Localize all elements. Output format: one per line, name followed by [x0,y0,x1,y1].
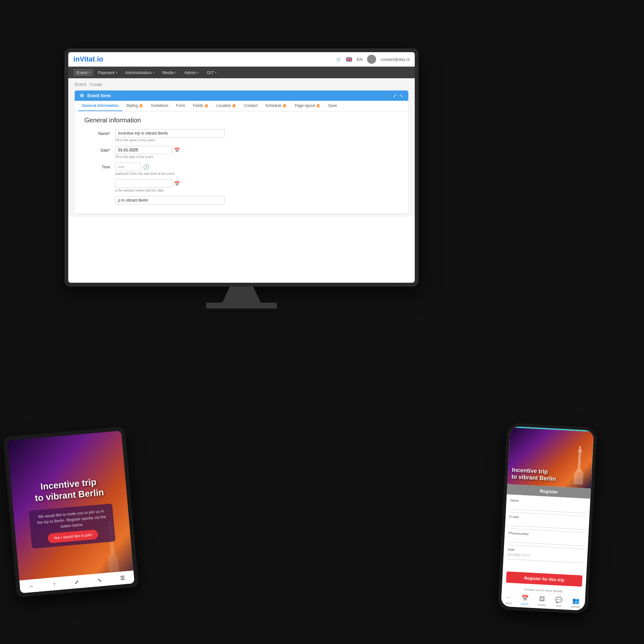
administration-text: Administration [132,142,196,152]
nav-item-git[interactable]: GIT ▾ [204,69,220,76]
tab-invitations-label: Invitations [151,103,168,108]
form-row-subtitle [84,196,399,204]
monitor-base [206,303,277,308]
form-tabs: General information Styling 🔥 Invitation… [75,101,408,111]
tablet-join-button[interactable]: Yes I would like to join! [47,529,99,544]
phone-field-email: E-mail [509,515,585,533]
avatar[interactable] [367,55,376,64]
nav-item-media[interactable]: Media ▾ [159,69,180,76]
phone-nav-event[interactable]: 📅 event [521,594,529,606]
subtitle-label [84,196,110,198]
tablet-nav-up[interactable]: ↑ [53,581,56,587]
svg-rect-8 [576,470,582,472]
maximize-icon[interactable]: ⤡ [399,93,403,98]
tab-general-information[interactable]: General information [78,101,122,111]
tab-contact-label: Contact [244,103,257,108]
phone-nav-chat[interactable]: 💬 chat [555,596,563,608]
phone-register-button[interactable]: Register for this trip [506,572,582,587]
name-label: Name* [84,129,110,136]
tab-schedule[interactable]: Schedule 🔥 [261,101,291,111]
styling-icon: 🔥 [139,104,143,108]
media-icon: 🖼 [539,595,545,602]
nav-item-event[interactable]: Event ▾ [73,69,93,76]
scene: inVitat.io 🛒 🇬🇧 EN contact@sba.nl Event [0,0,644,644]
tablet-nav-expand[interactable]: ⤢ [74,579,79,585]
nav-item-administration[interactable]: Administration ▾ [122,69,158,76]
end-date-input-wrap: 📅 [115,179,180,188]
tab-form[interactable]: Form [172,101,189,111]
chevron-down-icon: ▾ [175,71,176,74]
phone-nav-people[interactable]: 👥 people [571,597,581,608]
form-row-time: Time 🕐 (optional) Enter the start time o… [84,163,399,175]
time-hint: (optional) Enter the start time of the e… [115,172,399,175]
tab-contact[interactable]: Contact [240,101,261,111]
phone-form-section: Name E-mail Phonenumber Date DD-MM-YYYY [503,494,591,573]
svg-rect-3 [109,554,116,557]
tab-page-layout-label: Page layout [295,103,315,108]
back-label: back [506,601,512,605]
tablet-nav-back[interactable]: ← [29,583,35,589]
chat-label: chat [555,604,561,608]
nav-item-payment[interactable]: Payment ▾ [95,69,120,76]
end-calendar-icon[interactable]: 📅 [174,181,180,186]
tablet-hero-title: Incentive trip to vibrant Berlin [33,476,104,504]
svg-rect-9 [573,472,583,485]
back-icon: ← [506,594,512,601]
end-date-input[interactable] [115,179,172,188]
end-date-hint: p the website online until this date [115,189,399,192]
tablet-background: Incentive trip to vibrant Berlin We woul… [7,431,135,593]
name-field-wrap: Fill in the name of the event [115,129,399,142]
page-title: Event Create [75,81,408,87]
tab-fields[interactable]: Fields 🔥 [189,101,213,111]
phone-frame: Incentive trip to vibrant Berlin Registe… [497,423,597,614]
nav-payment-label: Payment [98,70,114,75]
page-subtitle: Create [90,82,102,87]
phone-nav-back[interactable]: ← back [506,594,512,605]
name-input[interactable] [115,129,225,137]
phone-monument-svg [569,445,590,485]
subtitle-input[interactable] [115,196,225,204]
nav-bar: Event ▾ Payment ▾ Administration ▾ Media… [68,67,415,78]
logo-text-after: io [97,55,103,63]
tab-save[interactable]: Save [324,101,341,111]
phone-hero-title: Incentive trip to vibrant Berlin [511,467,556,483]
tablet-nav-collapse[interactable]: ⤡ [97,577,102,583]
cart-icon[interactable]: 🛒 [336,57,341,62]
settings-icon: ⚙ [80,93,84,98]
page-layout-icon: 🔥 [316,104,320,108]
page-content: Event Create ⚙ Event form ⤢ ⤡ [68,78,415,217]
phone-nav-media[interactable]: 🖼 media [537,595,546,606]
nav-item-admin[interactable]: Admin ▾ [181,69,202,76]
tab-form-label: Form [176,103,185,108]
tab-styling[interactable]: Styling 🔥 [122,101,147,111]
logo: inVitat.io [73,55,103,63]
subtitle-field-wrap [115,196,399,204]
phone-field-phone: Phonenumber [508,531,585,549]
tab-invitations[interactable]: Invitations [147,101,172,111]
tab-location[interactable]: Location 🔥 [213,101,240,111]
phone-screen: Incentive trip to vibrant Berlin Registe… [501,426,594,611]
phone-register-label: Register [511,487,587,496]
phone: Incentive trip to vibrant Berlin Registe… [497,423,597,614]
language-label[interactable]: EN [357,57,363,62]
time-input-wrap: 🕐 [115,163,157,171]
card-header-icons: ⤢ ⤡ [393,93,403,98]
tab-general-label: General information [82,103,118,108]
chevron-down-icon: ▾ [197,71,199,74]
schedule-icon: 🔥 [282,104,287,108]
tab-page-layout[interactable]: Page layout 🔥 [291,101,324,111]
form-body: General information Name* Fill in the na… [75,111,408,213]
time-input[interactable] [115,163,141,171]
chevron-down-icon: ▾ [215,71,217,74]
nav-media-label: Media [162,70,174,75]
tab-location-label: Location [216,103,231,108]
end-date-label [84,179,110,182]
phone-field-date: Date DD-MM-YYYY [507,548,584,563]
chat-icon: 💬 [555,596,563,604]
expand-icon[interactable]: ⤢ [393,93,397,98]
clock-icon: 🕐 [143,164,149,170]
monitor: inVitat.io 🛒 🇬🇧 EN contact@sba.nl Event [64,48,419,299]
fields-icon: 🔥 [204,104,209,108]
form-row-end-date: 📅 p the website online until this date [84,179,399,192]
tablet-nav-menu[interactable]: ☰ [120,575,125,581]
